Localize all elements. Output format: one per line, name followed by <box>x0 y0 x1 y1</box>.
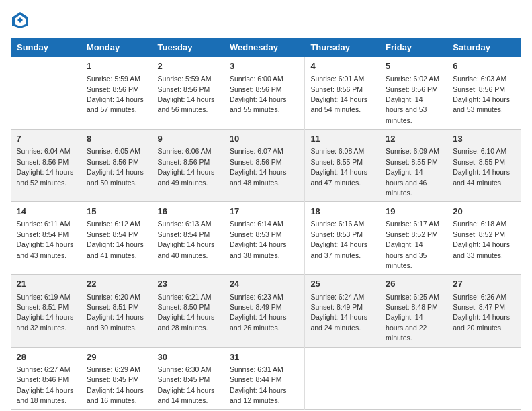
calendar-cell: 4Sunrise: 6:01 AMSunset: 8:56 PMDaylight… <box>305 57 380 130</box>
calendar-cell: 11Sunrise: 6:08 AMSunset: 8:55 PMDayligh… <box>305 130 380 202</box>
cell-sunset: Sunset: 8:56 PM <box>158 158 210 166</box>
cell-sunset: Sunset: 8:56 PM <box>453 85 505 93</box>
day-number: 3 <box>230 60 299 73</box>
calendar-cell: 26Sunrise: 6:25 AMSunset: 8:48 PMDayligh… <box>380 275 447 347</box>
calendar-cell: 3Sunrise: 6:00 AMSunset: 8:56 PMDaylight… <box>224 57 304 130</box>
cell-daylight: Daylight: 14 hours and 22 minutes. <box>386 313 427 342</box>
cell-sunset: Sunset: 8:53 PM <box>310 230 363 238</box>
cell-sunset: Sunset: 8:46 PM <box>17 375 69 383</box>
cell-sunrise: Sunrise: 6:19 AM <box>17 293 71 301</box>
cell-sunset: Sunset: 8:56 PM <box>386 85 438 93</box>
cell-sunset: Sunset: 8:52 PM <box>386 230 438 238</box>
cell-daylight: Daylight: 14 hours and 33 minutes. <box>453 240 510 259</box>
cell-sunrise: Sunrise: 6:04 AM <box>17 147 71 155</box>
calendar-cell <box>380 347 447 410</box>
cell-daylight: Daylight: 14 hours and 55 minutes. <box>230 95 287 113</box>
weekday-header-friday: Friday <box>380 38 447 57</box>
day-number: 14 <box>17 205 76 218</box>
calendar-cell: 1Sunrise: 5:59 AMSunset: 8:56 PMDaylight… <box>81 57 152 130</box>
cell-daylight: Daylight: 14 hours and 52 minutes. <box>17 168 74 186</box>
day-number: 15 <box>87 205 146 218</box>
day-number: 9 <box>158 133 218 145</box>
day-number: 12 <box>386 133 441 145</box>
day-number: 18 <box>310 205 374 218</box>
cell-sunset: Sunset: 8:52 PM <box>453 230 505 238</box>
cell-sunset: Sunset: 8:51 PM <box>17 303 69 311</box>
cell-daylight: Daylight: 14 hours and 16 minutes. <box>87 386 144 404</box>
calendar-cell: 2Sunrise: 5:59 AMSunset: 8:56 PMDaylight… <box>152 57 224 130</box>
day-number: 10 <box>230 133 299 145</box>
day-number: 28 <box>17 351 76 363</box>
cell-daylight: Daylight: 14 hours and 24 minutes. <box>310 313 367 331</box>
day-number: 22 <box>87 278 146 290</box>
header <box>11 11 521 30</box>
cell-sunrise: Sunrise: 6:13 AM <box>158 220 212 228</box>
cell-daylight: Daylight: 14 hours and 49 minutes. <box>158 168 215 186</box>
day-number: 6 <box>453 60 515 73</box>
calendar-cell <box>305 347 380 410</box>
cell-daylight: Daylight: 14 hours and 30 minutes. <box>87 313 144 331</box>
calendar-cell: 23Sunrise: 6:21 AMSunset: 8:50 PMDayligh… <box>152 275 224 347</box>
week-row-0: 1Sunrise: 5:59 AMSunset: 8:56 PMDaylight… <box>11 57 521 130</box>
day-number: 11 <box>310 133 374 145</box>
cell-daylight: Daylight: 14 hours and 41 minutes. <box>87 240 144 259</box>
calendar-cell: 14Sunrise: 6:11 AMSunset: 8:54 PMDayligh… <box>11 202 81 275</box>
calendar-cell: 10Sunrise: 6:07 AMSunset: 8:56 PMDayligh… <box>224 130 304 202</box>
calendar-cell <box>447 347 521 410</box>
calendar-cell: 27Sunrise: 6:26 AMSunset: 8:47 PMDayligh… <box>447 275 521 347</box>
cell-sunset: Sunset: 8:50 PM <box>158 303 210 311</box>
weekday-header-saturday: Saturday <box>447 38 521 57</box>
cell-sunset: Sunset: 8:49 PM <box>230 303 282 311</box>
cell-sunrise: Sunrise: 6:02 AM <box>386 75 439 83</box>
day-number: 27 <box>453 278 515 290</box>
cell-sunrise: Sunrise: 6:05 AM <box>87 147 140 155</box>
cell-sunset: Sunset: 8:47 PM <box>453 303 505 311</box>
day-number: 8 <box>87 133 146 145</box>
cell-sunset: Sunset: 8:55 PM <box>453 158 505 166</box>
day-number: 29 <box>87 351 146 363</box>
cell-sunrise: Sunrise: 6:08 AM <box>310 147 364 155</box>
cell-daylight: Daylight: 14 hours and 14 minutes. <box>158 386 215 404</box>
weekday-header-row: SundayMondayTuesdayWednesdayThursdayFrid… <box>11 38 521 57</box>
calendar-cell: 29Sunrise: 6:29 AMSunset: 8:45 PMDayligh… <box>81 347 152 410</box>
cell-sunrise: Sunrise: 6:25 AM <box>386 293 439 301</box>
day-number: 7 <box>17 133 76 145</box>
cell-sunrise: Sunrise: 6:03 AM <box>453 75 506 83</box>
cell-sunrise: Sunrise: 6:20 AM <box>87 293 140 301</box>
cell-sunrise: Sunrise: 6:17 AM <box>386 220 439 228</box>
cell-daylight: Daylight: 14 hours and 35 minutes. <box>386 240 427 269</box>
cell-daylight: Daylight: 14 hours and 32 minutes. <box>17 313 74 331</box>
cell-sunrise: Sunrise: 6:27 AM <box>17 365 71 373</box>
cell-sunset: Sunset: 8:44 PM <box>230 375 282 383</box>
weekday-header-thursday: Thursday <box>305 38 380 57</box>
cell-sunset: Sunset: 8:56 PM <box>87 85 139 93</box>
day-number: 31 <box>230 351 299 363</box>
day-number: 16 <box>158 205 218 218</box>
calendar-cell: 13Sunrise: 6:10 AMSunset: 8:55 PMDayligh… <box>447 130 521 202</box>
cell-sunrise: Sunrise: 6:24 AM <box>310 293 364 301</box>
cell-daylight: Daylight: 14 hours and 54 minutes. <box>310 95 367 113</box>
day-number: 5 <box>386 60 441 73</box>
cell-sunset: Sunset: 8:56 PM <box>230 158 282 166</box>
calendar-cell: 6Sunrise: 6:03 AMSunset: 8:56 PMDaylight… <box>447 57 521 130</box>
cell-daylight: Daylight: 14 hours and 18 minutes. <box>17 386 74 404</box>
day-number: 20 <box>453 205 515 218</box>
cell-daylight: Daylight: 14 hours and 50 minutes. <box>87 168 144 186</box>
cell-sunset: Sunset: 8:55 PM <box>310 158 363 166</box>
cell-sunset: Sunset: 8:48 PM <box>386 303 438 311</box>
calendar-cell: 24Sunrise: 6:23 AMSunset: 8:49 PMDayligh… <box>224 275 304 347</box>
cell-sunrise: Sunrise: 6:18 AM <box>453 220 506 228</box>
cell-sunset: Sunset: 8:45 PM <box>87 375 139 383</box>
calendar-cell: 30Sunrise: 6:30 AMSunset: 8:45 PMDayligh… <box>152 347 224 410</box>
calendar-cell: 20Sunrise: 6:18 AMSunset: 8:52 PMDayligh… <box>447 202 521 275</box>
cell-daylight: Daylight: 14 hours and 53 minutes. <box>453 95 510 113</box>
calendar-cell <box>11 57 81 130</box>
cell-sunset: Sunset: 8:56 PM <box>310 85 363 93</box>
cell-sunset: Sunset: 8:56 PM <box>230 85 282 93</box>
calendar-cell: 15Sunrise: 6:12 AMSunset: 8:54 PMDayligh… <box>81 202 152 275</box>
cell-sunset: Sunset: 8:53 PM <box>230 230 282 238</box>
logo-icon <box>11 11 30 30</box>
cell-sunrise: Sunrise: 5:59 AM <box>158 75 212 83</box>
weekday-header-sunday: Sunday <box>11 38 81 57</box>
cell-sunrise: Sunrise: 6:23 AM <box>230 293 283 301</box>
